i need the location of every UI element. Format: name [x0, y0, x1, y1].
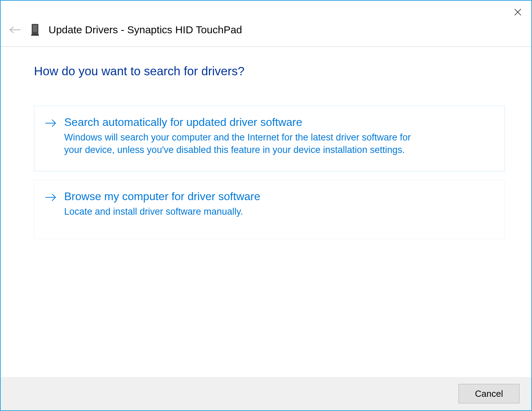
- dialog-footer: Cancel: [1, 377, 531, 410]
- dialog-title: Update Drivers - Synaptics HID TouchPad: [49, 25, 242, 35]
- arrow-right-icon: [45, 191, 57, 203]
- content-area: How do you want to search for drivers? S…: [1, 47, 531, 377]
- wizard-question: How do you want to search for drivers?: [34, 64, 505, 78]
- option-description: Windows will search your computer and th…: [64, 131, 425, 156]
- close-icon: [514, 8, 522, 16]
- option-title: Browse my computer for driver software: [64, 189, 494, 203]
- option-description: Locate and install driver software manua…: [64, 205, 425, 218]
- back-arrow-icon: [9, 26, 21, 34]
- svg-rect-5: [31, 34, 39, 36]
- titlebar: [1, 1, 531, 19]
- device-icon: [31, 24, 39, 36]
- option-browse-computer[interactable]: Browse my computer for driver software L…: [34, 180, 505, 239]
- update-drivers-dialog: Update Drivers - Synaptics HID TouchPad …: [0, 0, 532, 411]
- cancel-button[interactable]: Cancel: [458, 384, 520, 403]
- arrow-right-icon: [45, 117, 57, 129]
- option-title: Search automatically for updated driver …: [64, 115, 494, 129]
- svg-rect-4: [33, 25, 37, 32]
- option-search-automatically[interactable]: Search automatically for updated driver …: [34, 106, 505, 171]
- back-button[interactable]: [9, 24, 22, 36]
- header-row: Update Drivers - Synaptics HID TouchPad: [1, 19, 531, 40]
- close-button[interactable]: [512, 6, 524, 18]
